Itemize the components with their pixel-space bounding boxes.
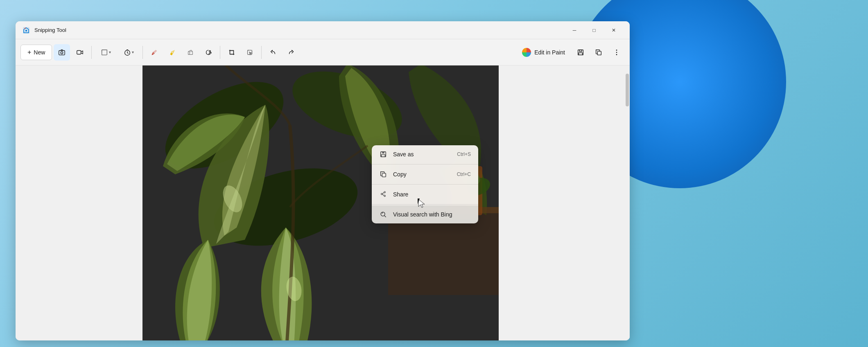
- save-as-icon: [379, 150, 387, 158]
- svg-rect-12: [579, 52, 583, 54]
- copy-toolbar-button[interactable]: [590, 44, 607, 61]
- save-as-shortcut: Ctrl+S: [457, 151, 471, 157]
- svg-rect-7: [188, 52, 193, 54]
- svg-point-1: [25, 30, 27, 32]
- maximize-button[interactable]: □: [585, 24, 604, 37]
- svg-rect-13: [597, 51, 601, 55]
- context-menu-copy[interactable]: Copy Ctrl+C: [372, 165, 478, 183]
- window-controls: ─ □ ✕: [565, 24, 623, 37]
- app-title: Snipping Tool: [34, 27, 565, 33]
- svg-rect-30: [382, 155, 385, 157]
- separator-1: [91, 46, 92, 59]
- mode-arrow-icon: ▾: [109, 50, 111, 54]
- svg-rect-4: [77, 50, 81, 54]
- separator-3: [220, 46, 220, 59]
- minimize-button[interactable]: ─: [565, 24, 584, 37]
- more-options-button[interactable]: [608, 44, 625, 61]
- copy-label: Copy: [393, 171, 451, 178]
- plus-icon: +: [27, 49, 31, 56]
- timer-arrow-icon: ▾: [132, 50, 134, 54]
- separator-4: [261, 46, 262, 59]
- save-as-label: Save as: [393, 151, 451, 158]
- svg-point-14: [616, 50, 617, 51]
- separator-2: [142, 46, 143, 59]
- svg-rect-9: [230, 50, 234, 54]
- timer-button[interactable]: ▾: [118, 44, 139, 61]
- screenshot-image[interactable]: Save as Ctrl+S Copy Ctrl+C: [142, 65, 499, 340]
- paint-icon: [522, 48, 531, 57]
- share-icon: [379, 190, 387, 198]
- crop-button[interactable]: [224, 44, 240, 61]
- app-icon: [22, 26, 30, 34]
- svg-rect-2: [59, 50, 65, 55]
- mouse-cursor: [418, 198, 423, 207]
- screenshot-button[interactable]: [54, 44, 70, 61]
- toolbar: + New ▾: [16, 39, 630, 65]
- new-label: New: [34, 49, 45, 56]
- svg-point-8: [209, 50, 211, 52]
- eraser-button[interactable]: [182, 44, 199, 61]
- svg-point-15: [616, 52, 617, 53]
- titlebar: Snipping Tool ─ □ ✕: [16, 21, 630, 39]
- scrollbar-thumb[interactable]: [626, 74, 629, 106]
- svg-rect-11: [579, 50, 581, 52]
- new-button[interactable]: + New: [20, 45, 52, 60]
- edit-in-paint-button[interactable]: Edit in Paint: [516, 45, 571, 60]
- svg-rect-31: [382, 173, 386, 177]
- copy-shortcut: Ctrl+C: [457, 171, 471, 177]
- save-button[interactable]: [572, 44, 589, 61]
- close-button[interactable]: ✕: [604, 24, 623, 37]
- redo-button[interactable]: [283, 44, 299, 61]
- snipping-tool-window: Snipping Tool ─ □ ✕ + New: [16, 21, 630, 340]
- highlighter-button[interactable]: [164, 44, 181, 61]
- pen-tool-button[interactable]: [146, 44, 163, 61]
- scrollbar[interactable]: [625, 65, 630, 340]
- visual-search-icon: [379, 210, 387, 219]
- context-menu-save-as[interactable]: Save as Ctrl+S: [372, 145, 478, 163]
- menu-divider-1: [372, 164, 478, 164]
- selection-button[interactable]: [242, 44, 258, 61]
- svg-rect-5: [102, 50, 107, 55]
- visual-search-label: Visual search with Bing: [393, 211, 465, 218]
- svg-point-3: [61, 52, 63, 54]
- undo-button[interactable]: [265, 44, 281, 61]
- copy-icon: [379, 170, 387, 178]
- svg-point-16: [616, 54, 617, 55]
- mode-selector-button[interactable]: ▾: [95, 44, 116, 61]
- share-label: Share: [393, 191, 465, 198]
- menu-divider-2: [372, 184, 478, 185]
- video-button[interactable]: [72, 44, 88, 61]
- touch-write-button[interactable]: [200, 44, 217, 61]
- svg-rect-24: [388, 213, 499, 295]
- edit-in-paint-label: Edit in Paint: [534, 49, 565, 56]
- svg-rect-29: [382, 152, 384, 154]
- context-menu: Save as Ctrl+S Copy Ctrl+C: [372, 145, 478, 223]
- content-area: Save as Ctrl+S Copy Ctrl+C: [16, 65, 630, 340]
